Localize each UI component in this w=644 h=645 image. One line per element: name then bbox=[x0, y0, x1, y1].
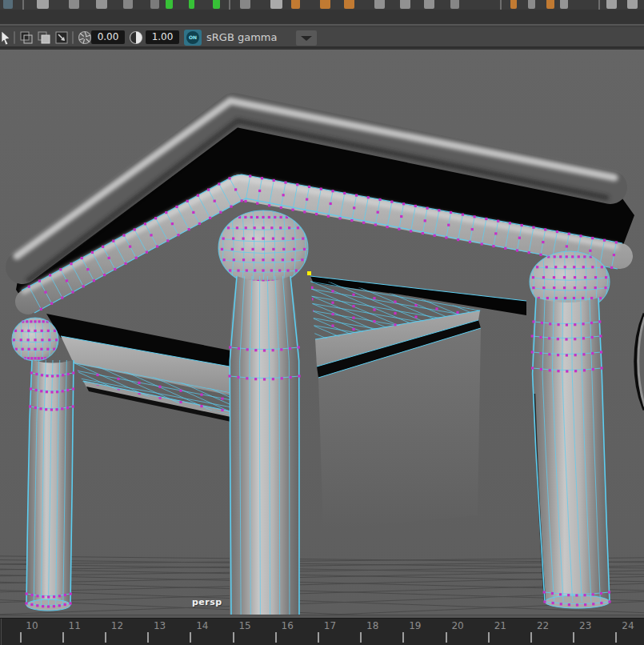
frame-number[interactable]: 20 bbox=[442, 620, 474, 631]
frame-number[interactable]: 16 bbox=[271, 620, 303, 631]
time-slider-cursor[interactable] bbox=[1, 619, 2, 645]
exposure-aperture-icon[interactable] bbox=[77, 30, 93, 46]
status-line-icon[interactable] bbox=[291, 0, 300, 9]
timeline-tick bbox=[275, 632, 277, 643]
leg-front-center bbox=[218, 210, 308, 615]
timeline-tick bbox=[360, 632, 362, 643]
frame-number[interactable]: 21 bbox=[484, 620, 516, 631]
gamma-contrast-icon[interactable] bbox=[128, 30, 144, 46]
viewport-persp[interactable]: persp bbox=[0, 50, 644, 615]
status-separator bbox=[229, 0, 230, 10]
panel-toolbar: 0.00 1.00 ON sRGB gamma bbox=[0, 27, 644, 48]
status-line-icon[interactable] bbox=[150, 0, 159, 9]
camera-label: persp bbox=[192, 597, 222, 607]
status-line-icon[interactable] bbox=[320, 0, 330, 9]
timeline-tick bbox=[190, 632, 191, 643]
status-line-icon[interactable] bbox=[528, 0, 535, 9]
timeline-tick bbox=[446, 632, 447, 643]
time-slider[interactable]: 101112131415161718192021222324 bbox=[0, 618, 644, 645]
timeline-tick bbox=[573, 632, 574, 643]
status-line-icon[interactable] bbox=[270, 0, 282, 9]
colorspace-value[interactable]: sRGB gamma bbox=[206, 30, 277, 45]
timeline-tick bbox=[147, 632, 149, 643]
status-separator bbox=[500, 0, 502, 10]
status-line-icon[interactable] bbox=[37, 0, 49, 9]
frame-number[interactable]: 12 bbox=[101, 620, 133, 631]
on-badge: ON bbox=[186, 31, 199, 44]
viewport-canvas[interactable] bbox=[0, 50, 644, 615]
timeline-tick bbox=[105, 632, 106, 643]
status-line-icon[interactable] bbox=[424, 0, 434, 9]
status-line-icon[interactable] bbox=[627, 0, 638, 9]
timeline-tick bbox=[20, 632, 22, 643]
gamma-field[interactable]: 1.00 bbox=[146, 30, 179, 44]
frame-number[interactable]: 18 bbox=[357, 620, 389, 631]
status-line-icon[interactable] bbox=[510, 0, 517, 9]
status-line-icon[interactable] bbox=[213, 0, 220, 9]
overlap-squares-icon[interactable] bbox=[36, 30, 52, 46]
isolate-select-icon[interactable] bbox=[18, 30, 34, 46]
frame-number[interactable]: 23 bbox=[570, 620, 602, 631]
timeline-tick bbox=[488, 632, 490, 643]
frame-number[interactable]: 10 bbox=[16, 620, 48, 631]
color-management-toggle[interactable]: ON bbox=[184, 30, 202, 46]
leg-back-right bbox=[530, 251, 611, 608]
screen-space-icon[interactable] bbox=[54, 30, 70, 46]
frame-number[interactable]: 24 bbox=[612, 620, 644, 631]
toolbar-separator bbox=[72, 31, 74, 44]
timeline-tick bbox=[530, 632, 532, 643]
status-line-icon[interactable] bbox=[3, 0, 13, 9]
frame-number[interactable]: 19 bbox=[399, 620, 431, 631]
status-line-icon[interactable] bbox=[189, 0, 194, 9]
timeline-tick bbox=[615, 632, 617, 643]
colorspace-dropdown-button[interactable] bbox=[296, 30, 317, 46]
frame-number[interactable]: 11 bbox=[58, 620, 90, 631]
frame-number[interactable]: 15 bbox=[229, 620, 261, 631]
maya-window: 0.00 1.00 ON sRGB gamma bbox=[0, 0, 644, 645]
timeline-tick bbox=[62, 632, 64, 643]
selected-vertex[interactable] bbox=[307, 271, 311, 275]
frame-number[interactable]: 17 bbox=[314, 620, 346, 631]
status-line-icon[interactable] bbox=[450, 0, 459, 9]
status-separator bbox=[22, 0, 24, 10]
status-line bbox=[0, 0, 644, 27]
status-line-icon[interactable] bbox=[374, 0, 385, 9]
exposure-field[interactable]: 0.00 bbox=[91, 30, 125, 44]
status-line-icon[interactable] bbox=[166, 0, 173, 9]
frame-number[interactable]: 22 bbox=[527, 620, 559, 631]
status-line-icon[interactable] bbox=[560, 0, 568, 9]
status-line-icon[interactable] bbox=[69, 0, 79, 9]
timeline-tick bbox=[233, 632, 234, 643]
status-line-icon[interactable] bbox=[344, 0, 354, 9]
toolbar-separator bbox=[14, 31, 15, 44]
status-line-icon[interactable] bbox=[546, 0, 554, 9]
timeline-tick bbox=[402, 632, 404, 643]
status-line-icon[interactable] bbox=[96, 0, 107, 9]
status-line-icon[interactable] bbox=[123, 0, 133, 9]
status-line-icon[interactable] bbox=[606, 0, 617, 9]
timeline-tick bbox=[318, 632, 319, 643]
select-cursor-icon[interactable] bbox=[0, 30, 13, 46]
status-line-icon[interactable] bbox=[400, 0, 410, 9]
status-line-icon[interactable] bbox=[240, 0, 250, 9]
status-separator bbox=[598, 0, 600, 10]
frame-number[interactable]: 13 bbox=[144, 620, 176, 631]
frame-number[interactable]: 14 bbox=[186, 620, 218, 631]
